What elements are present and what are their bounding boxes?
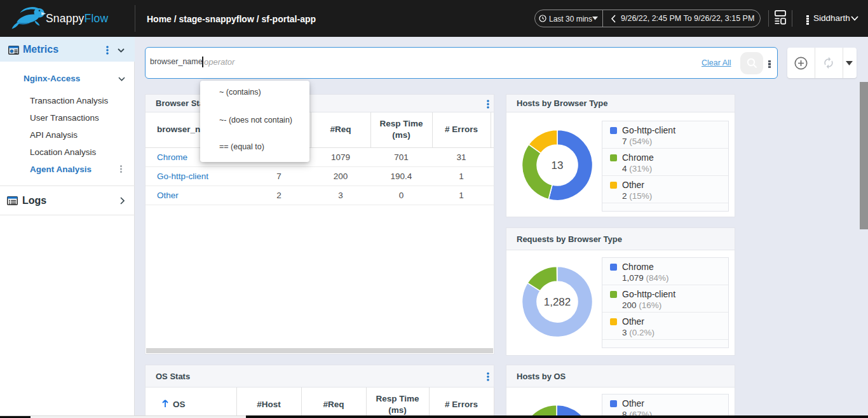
- svg-text:13: 13: [552, 159, 564, 172]
- svg-text:1,282: 1,282: [544, 296, 571, 308]
